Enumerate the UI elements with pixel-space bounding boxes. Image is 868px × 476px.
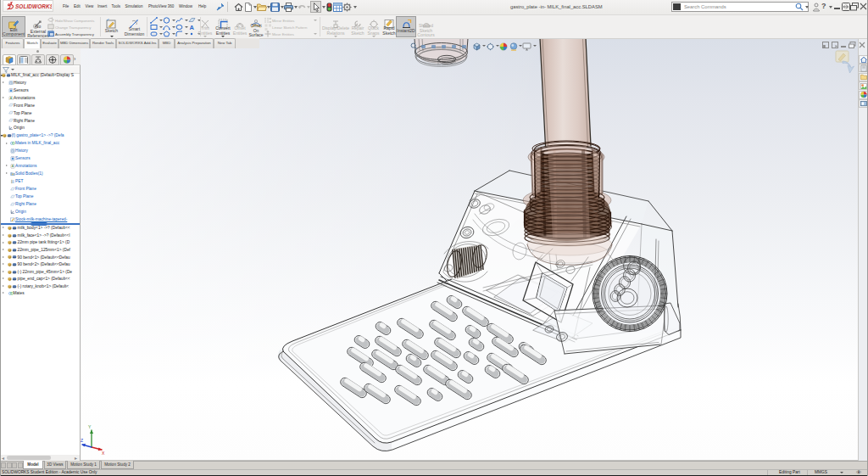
svg-text:Y: Y — [88, 424, 92, 429]
svg-text:SOLIDWORKS: SOLIDWORKS — [15, 3, 52, 9]
svg-text:X: X — [102, 451, 105, 456]
svg-text:Z: Z — [81, 438, 83, 443]
